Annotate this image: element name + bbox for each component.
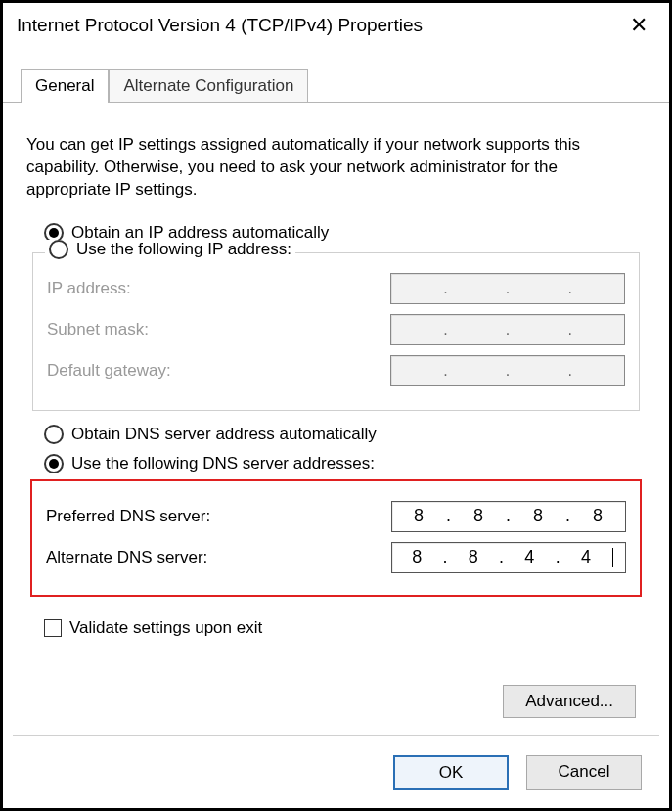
default-gateway-input: ... bbox=[390, 355, 625, 386]
radio-ip-manual[interactable]: Use the following IP address: bbox=[45, 240, 295, 259]
dns-highlight-box: Preferred DNS server: 8. 8. 8. 8 Alterna… bbox=[30, 479, 642, 597]
divider bbox=[13, 735, 659, 736]
field-default-gateway: Default gateway: ... bbox=[47, 355, 625, 386]
ip-address-input: ... bbox=[390, 273, 625, 304]
close-icon[interactable]: ✕ bbox=[622, 13, 655, 38]
general-panel: You can get IP settings assigned automat… bbox=[3, 103, 669, 638]
checkbox-validate-settings[interactable]: Validate settings upon exit bbox=[44, 618, 646, 638]
radio-label: Use the following DNS server addresses: bbox=[71, 454, 375, 473]
radio-icon bbox=[44, 454, 64, 473]
field-label: Default gateway: bbox=[47, 361, 171, 381]
radio-label: Obtain DNS server address automatically bbox=[71, 425, 377, 444]
radio-label: Use the following IP address: bbox=[76, 240, 291, 259]
ip-manual-group: Use the following IP address: IP address… bbox=[32, 252, 640, 411]
cancel-button[interactable]: Cancel bbox=[526, 755, 642, 790]
advanced-button[interactable]: Advanced... bbox=[503, 685, 636, 718]
field-label: IP address: bbox=[47, 279, 131, 298]
alternate-dns-input[interactable]: 8. 8. 4. 4 bbox=[391, 542, 626, 573]
subnet-mask-input: ... bbox=[390, 314, 625, 345]
checkbox-label: Validate settings upon exit bbox=[69, 618, 262, 638]
tab-general[interactable]: General bbox=[21, 69, 109, 103]
window-title: Internet Protocol Version 4 (TCP/IPv4) P… bbox=[17, 15, 423, 36]
radio-icon bbox=[49, 240, 68, 259]
titlebar: Internet Protocol Version 4 (TCP/IPv4) P… bbox=[3, 3, 669, 46]
field-subnet-mask: Subnet mask: ... bbox=[47, 314, 625, 345]
field-preferred-dns: Preferred DNS server: 8. 8. 8. 8 bbox=[46, 501, 626, 532]
preferred-dns-input[interactable]: 8. 8. 8. 8 bbox=[391, 501, 626, 532]
checkbox-icon bbox=[44, 619, 62, 637]
text-caret bbox=[612, 548, 613, 567]
radio-dns-manual[interactable]: Use the following DNS server addresses: bbox=[44, 454, 646, 473]
footer-buttons: OK Cancel bbox=[393, 755, 642, 790]
intro-text: You can get IP settings assigned automat… bbox=[26, 134, 646, 202]
tab-strip: General Alternate Configuration bbox=[3, 69, 669, 103]
field-ip-address: IP address: ... bbox=[47, 273, 625, 304]
radio-dns-auto[interactable]: Obtain DNS server address automatically bbox=[44, 425, 646, 444]
tab-alternate-configuration[interactable]: Alternate Configuration bbox=[109, 69, 308, 102]
field-label: Subnet mask: bbox=[47, 320, 149, 339]
field-label: Preferred DNS server: bbox=[46, 507, 210, 526]
field-alternate-dns: Alternate DNS server: 8. 8. 4. 4 bbox=[46, 542, 626, 573]
radio-icon bbox=[44, 425, 64, 444]
ok-button[interactable]: OK bbox=[393, 755, 509, 790]
field-label: Alternate DNS server: bbox=[46, 548, 207, 567]
